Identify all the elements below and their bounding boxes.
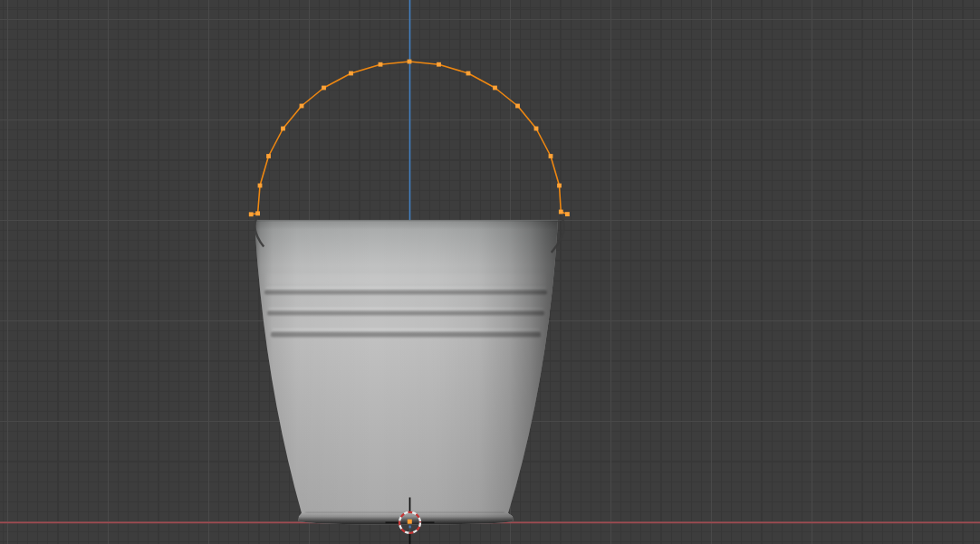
curve-control-point[interactable] — [349, 72, 353, 76]
curve-control-point[interactable] — [408, 60, 412, 64]
curve-control-point[interactable] — [249, 212, 254, 216]
curve-control-point[interactable] — [258, 184, 263, 188]
curve-control-point[interactable] — [565, 212, 570, 216]
curve-control-point[interactable] — [379, 62, 383, 67]
curve-control-point[interactable] — [266, 154, 271, 158]
viewport-3d[interactable] — [0, 0, 980, 544]
origin-z-hint — [409, 526, 411, 529]
curve-control-point[interactable] — [437, 62, 441, 67]
object-origin-dot — [408, 520, 412, 524]
curve-control-point[interactable] — [322, 86, 326, 91]
curve-control-point[interactable] — [557, 184, 562, 188]
curve-control-point[interactable] — [300, 104, 304, 109]
curve-control-point[interactable] — [281, 127, 285, 131]
curve-control-point[interactable] — [559, 210, 563, 215]
curve-control-point[interactable] — [534, 127, 539, 131]
curve-control-point[interactable] — [549, 154, 553, 158]
curve-control-point[interactable] — [255, 211, 260, 215]
curve-control-point[interactable] — [515, 104, 520, 109]
curve-control-point[interactable] — [493, 86, 497, 91]
bucket-object[interactable] — [255, 216, 564, 525]
curve-control-point[interactable] — [466, 72, 471, 76]
bucket-shading-overlay — [255, 221, 558, 525]
scene-svg — [0, 0, 980, 544]
